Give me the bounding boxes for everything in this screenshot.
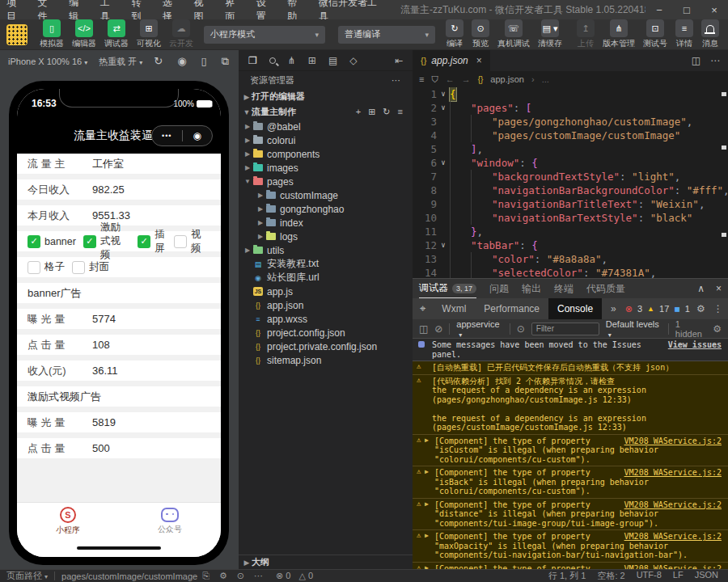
调试器-button[interactable]: ⇄调试器 <box>104 19 129 49</box>
tree-item-app.wxss[interactable]: ≡app.wxss <box>239 312 413 326</box>
console-message[interactable]: ⚠▶VM208 WAService.js:2[Component] the ty… <box>413 466 728 499</box>
hot-reload-toggle[interactable]: 热重载 开 ▾ <box>99 56 142 68</box>
checkbox-封面[interactable] <box>72 261 85 274</box>
清缓存-button[interactable]: ▤ ▾清缓存 <box>538 19 562 49</box>
inspect-element-icon[interactable]: ⌖ <box>413 298 433 319</box>
view-issues-link[interactable]: View issues <box>668 340 722 350</box>
bookmark-icon[interactable]: ⛉ <box>431 74 438 85</box>
云开发-button[interactable]: ☁云开发 <box>169 19 193 49</box>
warning-counter[interactable]: △ 0 <box>298 571 313 581</box>
phone-tab-公众号[interactable]: 公众号 <box>119 503 221 539</box>
测试号-button[interactable]: ⊡测试号 <box>643 19 667 49</box>
live-expression-eye-icon[interactable]: ⊙ <box>517 323 525 335</box>
编辑器-button[interactable]: </>编辑器 <box>72 19 96 49</box>
console-message[interactable]: ⚠[自动热重载] 已开启代码文件保存后自动热重载（不支持 json） <box>413 361 728 375</box>
tab-app-json[interactable]: {} app.json × <box>413 50 490 71</box>
tree-item-colorui[interactable]: ▶colorui <box>239 133 413 147</box>
tree-item-logs[interactable]: ▶logs <box>239 230 413 243</box>
console-message[interactable]: ⚠[代码依赖分析] 找到 2 个依赖异常情况，请检查 the request o… <box>413 375 728 435</box>
close-panel-icon[interactable]: × <box>716 283 722 294</box>
more-actions-icon[interactable]: ⋯ <box>710 55 720 66</box>
stop-icon[interactable]: ◉ <box>177 55 186 68</box>
console-message[interactable]: ⚠▶VM208 WAService.js:2[Component] the ty… <box>413 435 728 467</box>
panel-tab-代码质量[interactable]: 代码质量 <box>586 279 625 298</box>
overflow-tabs-icon[interactable]: » <box>602 298 625 319</box>
tree-item-@babel[interactable]: ▶@babel <box>239 120 413 133</box>
expand-chevron-icon[interactable]: ▶ <box>425 436 429 445</box>
console-message[interactable]: ⚠▶VM208 WAService.js:2[Component] the ty… <box>413 563 728 570</box>
console-sidebar-icon[interactable]: ◫ <box>419 323 428 335</box>
outline-section[interactable]: ▶ 大纲 <box>239 555 413 569</box>
project-section[interactable]: ▼ 流量主制作 +⊞↻≡ <box>239 104 413 120</box>
more-icon[interactable]: ••• <box>152 132 182 140</box>
tree-item-components[interactable]: ▶components <box>239 147 413 161</box>
code-editor[interactable]: 1∨{2∨"pages": [3"pages/gongzhonghao/cust… <box>413 87 728 278</box>
消息-button[interactable]: 消息 <box>701 19 719 49</box>
tree-item-images[interactable]: ▶images <box>239 161 413 175</box>
new-folder-icon[interactable]: ⊞ <box>368 107 375 117</box>
console-filter-input[interactable] <box>531 323 599 335</box>
forward-icon[interactable]: → <box>462 74 471 84</box>
checkbox-插屏[interactable]: ✓ <box>138 235 150 248</box>
collapse-all-icon[interactable]: ≡ <box>398 107 403 117</box>
真机调试-button[interactable]: ☏真机调试 <box>497 19 530 49</box>
模拟器-button[interactable]: ▯模拟器 <box>40 19 64 49</box>
more-options-icon[interactable]: ⋮ <box>713 303 723 314</box>
tree-item-utils[interactable]: ▶utils <box>239 243 413 257</box>
split-editor-icon[interactable]: ◫ <box>692 55 700 66</box>
tree-item-project.private.config.json[interactable]: {}project.private.config.json <box>239 340 413 353</box>
open-editors-section[interactable]: ▶ 打开的编辑器 <box>239 89 413 104</box>
phone-tab-小程序[interactable]: S小程序 <box>17 503 119 539</box>
compile-dropdown[interactable]: 普通编译 ▾ <box>338 26 435 44</box>
context-selector[interactable]: appservice ▾ <box>456 319 503 339</box>
collapse-sidebar-icon[interactable]: ⇤ <box>395 55 403 66</box>
panel-tab-问题[interactable]: 问题 <box>489 279 509 298</box>
preview-status-icon[interactable]: ⊙ <box>237 571 244 581</box>
panel-tab-调试器[interactable]: 调试器3, 17 <box>419 279 476 298</box>
minimize-icon[interactable]: − <box>645 4 673 16</box>
widget-icon[interactable]: ◇ <box>349 55 357 66</box>
版本管理-button[interactable]: ⋔版本管理 <box>603 19 635 49</box>
console-message[interactable]: ⚠▶VM208 WAService.js:2[Component] the ty… <box>413 499 728 531</box>
collapse-panel-icon[interactable]: ∧ <box>697 283 705 294</box>
tree-item-站长图库.url[interactable]: ◉站长图库.url <box>239 271 413 285</box>
devtools-settings-gear-icon[interactable]: ⚙ <box>696 303 705 314</box>
console-settings-gear-icon[interactable]: ⚙ <box>713 323 722 335</box>
devtools-tab-Console[interactable]: Console <box>548 298 602 319</box>
expand-chevron-icon[interactable]: ▶ <box>425 563 429 570</box>
checkbox-格子[interactable] <box>28 261 40 274</box>
app-box-icon[interactable]: ▤ <box>328 55 337 66</box>
page-path-selector[interactable]: 页面路径▾ <box>6 570 48 582</box>
console-message[interactable]: ⚠▶VM208 WAService.js:2[Component] the ty… <box>413 530 728 563</box>
tree-item-customImage[interactable]: ▶customImage <box>239 188 413 202</box>
devtools-tab-Wxml[interactable]: Wxml <box>433 298 475 319</box>
tree-item-project.config.json[interactable]: {}project.config.json <box>239 326 413 340</box>
outline-list-icon[interactable]: ≡ <box>419 74 424 84</box>
more-icon[interactable]: ⋯ <box>254 571 263 581</box>
refresh-icon[interactable]: ↻ <box>383 107 390 117</box>
详情-button[interactable]: ≡详情 <box>675 19 693 49</box>
capsule-menu[interactable]: ••• ◉ <box>151 125 213 146</box>
可视化-button[interactable]: ⊞可视化 <box>137 19 161 49</box>
restart-icon[interactable]: ↻ <box>154 55 163 68</box>
close-icon[interactable]: × <box>700 4 728 16</box>
expand-chevron-icon[interactable]: ▶ <box>425 500 429 509</box>
debug-status-icon[interactable]: ⚙ <box>219 571 227 581</box>
编译-button[interactable]: ↻编译 <box>446 19 463 49</box>
device-icon[interactable]: ▯ <box>201 55 207 68</box>
maximize-icon[interactable]: □ <box>673 4 700 16</box>
back-icon[interactable]: ← <box>446 74 455 84</box>
source-link[interactable]: VM208 WAService.js:2 <box>624 500 722 510</box>
copy-icon[interactable]: ⎘ <box>202 571 210 581</box>
log-levels-selector[interactable]: Default levels ▾ <box>606 319 662 339</box>
checkbox-激励式视频[interactable]: ✓ <box>83 235 96 248</box>
exit-target-icon[interactable]: ◉ <box>183 130 213 141</box>
clear-console-icon[interactable]: ⊘ <box>434 323 442 335</box>
source-link[interactable]: VM208 WAService.js:2 <box>624 532 722 542</box>
files-icon[interactable]: ❐ <box>248 55 257 66</box>
source-control-icon[interactable]: ⋔ <box>288 55 296 66</box>
mode-dropdown[interactable]: 小程序模式 ▾ <box>204 26 325 44</box>
device-selector[interactable]: iPhone X 100% 16 ▾ <box>8 57 87 66</box>
checkbox-视频[interactable] <box>174 235 187 248</box>
tree-item-app.json[interactable]: {}app.json <box>239 298 413 312</box>
